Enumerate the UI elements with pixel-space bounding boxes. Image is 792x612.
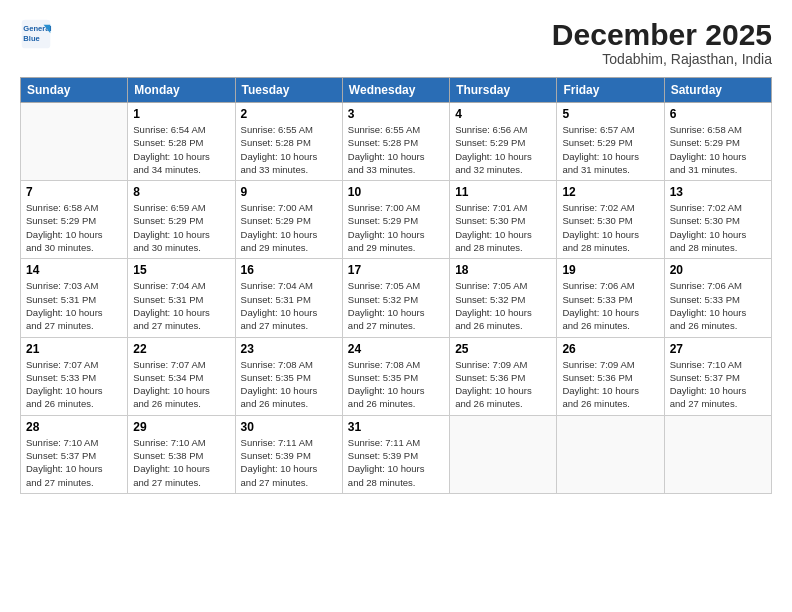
table-row: 17Sunrise: 7:05 AMSunset: 5:32 PMDayligh…	[342, 259, 449, 337]
calendar-table: Sunday Monday Tuesday Wednesday Thursday…	[20, 77, 772, 494]
table-row: 1Sunrise: 6:54 AMSunset: 5:28 PMDaylight…	[128, 103, 235, 181]
day-info: Sunrise: 6:58 AMSunset: 5:29 PMDaylight:…	[670, 123, 766, 176]
table-row: 3Sunrise: 6:55 AMSunset: 5:28 PMDaylight…	[342, 103, 449, 181]
table-row: 8Sunrise: 6:59 AMSunset: 5:29 PMDaylight…	[128, 181, 235, 259]
day-number: 31	[348, 420, 444, 434]
day-info: Sunrise: 6:58 AMSunset: 5:29 PMDaylight:…	[26, 201, 122, 254]
day-number: 6	[670, 107, 766, 121]
table-row: 11Sunrise: 7:01 AMSunset: 5:30 PMDayligh…	[450, 181, 557, 259]
day-info: Sunrise: 7:06 AMSunset: 5:33 PMDaylight:…	[562, 279, 658, 332]
table-row: 7Sunrise: 6:58 AMSunset: 5:29 PMDaylight…	[21, 181, 128, 259]
day-number: 26	[562, 342, 658, 356]
day-info: Sunrise: 7:09 AMSunset: 5:36 PMDaylight:…	[455, 358, 551, 411]
day-number: 28	[26, 420, 122, 434]
day-info: Sunrise: 7:04 AMSunset: 5:31 PMDaylight:…	[241, 279, 337, 332]
table-row: 9Sunrise: 7:00 AMSunset: 5:29 PMDaylight…	[235, 181, 342, 259]
table-row: 16Sunrise: 7:04 AMSunset: 5:31 PMDayligh…	[235, 259, 342, 337]
header-thursday: Thursday	[450, 78, 557, 103]
table-row: 15Sunrise: 7:04 AMSunset: 5:31 PMDayligh…	[128, 259, 235, 337]
day-number: 10	[348, 185, 444, 199]
day-info: Sunrise: 7:09 AMSunset: 5:36 PMDaylight:…	[562, 358, 658, 411]
day-number: 18	[455, 263, 551, 277]
day-info: Sunrise: 6:54 AMSunset: 5:28 PMDaylight:…	[133, 123, 229, 176]
calendar-page: General Blue December 2025 Todabhim, Raj…	[0, 0, 792, 612]
table-row: 10Sunrise: 7:00 AMSunset: 5:29 PMDayligh…	[342, 181, 449, 259]
day-info: Sunrise: 7:08 AMSunset: 5:35 PMDaylight:…	[348, 358, 444, 411]
day-number: 20	[670, 263, 766, 277]
table-row: 4Sunrise: 6:56 AMSunset: 5:29 PMDaylight…	[450, 103, 557, 181]
table-row: 18Sunrise: 7:05 AMSunset: 5:32 PMDayligh…	[450, 259, 557, 337]
day-number: 4	[455, 107, 551, 121]
table-row: 26Sunrise: 7:09 AMSunset: 5:36 PMDayligh…	[557, 337, 664, 415]
table-row	[450, 415, 557, 493]
day-number: 15	[133, 263, 229, 277]
day-number: 9	[241, 185, 337, 199]
table-row: 2Sunrise: 6:55 AMSunset: 5:28 PMDaylight…	[235, 103, 342, 181]
table-row: 23Sunrise: 7:08 AMSunset: 5:35 PMDayligh…	[235, 337, 342, 415]
day-number: 19	[562, 263, 658, 277]
month-title: December 2025	[552, 18, 772, 51]
logo: General Blue	[20, 18, 52, 50]
logo-icon: General Blue	[20, 18, 52, 50]
day-number: 30	[241, 420, 337, 434]
day-number: 2	[241, 107, 337, 121]
header-saturday: Saturday	[664, 78, 771, 103]
day-info: Sunrise: 7:01 AMSunset: 5:30 PMDaylight:…	[455, 201, 551, 254]
day-info: Sunrise: 6:57 AMSunset: 5:29 PMDaylight:…	[562, 123, 658, 176]
table-row: 24Sunrise: 7:08 AMSunset: 5:35 PMDayligh…	[342, 337, 449, 415]
day-number: 24	[348, 342, 444, 356]
day-info: Sunrise: 7:00 AMSunset: 5:29 PMDaylight:…	[348, 201, 444, 254]
day-number: 16	[241, 263, 337, 277]
table-row: 31Sunrise: 7:11 AMSunset: 5:39 PMDayligh…	[342, 415, 449, 493]
table-row: 20Sunrise: 7:06 AMSunset: 5:33 PMDayligh…	[664, 259, 771, 337]
day-info: Sunrise: 7:11 AMSunset: 5:39 PMDaylight:…	[348, 436, 444, 489]
day-info: Sunrise: 7:10 AMSunset: 5:38 PMDaylight:…	[133, 436, 229, 489]
table-row: 14Sunrise: 7:03 AMSunset: 5:31 PMDayligh…	[21, 259, 128, 337]
day-number: 14	[26, 263, 122, 277]
day-info: Sunrise: 7:10 AMSunset: 5:37 PMDaylight:…	[26, 436, 122, 489]
weekday-header-row: Sunday Monday Tuesday Wednesday Thursday…	[21, 78, 772, 103]
day-number: 27	[670, 342, 766, 356]
day-info: Sunrise: 7:02 AMSunset: 5:30 PMDaylight:…	[670, 201, 766, 254]
day-info: Sunrise: 7:06 AMSunset: 5:33 PMDaylight:…	[670, 279, 766, 332]
day-number: 23	[241, 342, 337, 356]
day-number: 13	[670, 185, 766, 199]
day-info: Sunrise: 7:05 AMSunset: 5:32 PMDaylight:…	[348, 279, 444, 332]
header: General Blue December 2025 Todabhim, Raj…	[20, 18, 772, 67]
table-row: 22Sunrise: 7:07 AMSunset: 5:34 PMDayligh…	[128, 337, 235, 415]
day-number: 17	[348, 263, 444, 277]
day-number: 5	[562, 107, 658, 121]
day-number: 3	[348, 107, 444, 121]
svg-text:Blue: Blue	[23, 34, 39, 43]
table-row: 29Sunrise: 7:10 AMSunset: 5:38 PMDayligh…	[128, 415, 235, 493]
day-info: Sunrise: 7:07 AMSunset: 5:34 PMDaylight:…	[133, 358, 229, 411]
day-info: Sunrise: 7:07 AMSunset: 5:33 PMDaylight:…	[26, 358, 122, 411]
day-info: Sunrise: 6:55 AMSunset: 5:28 PMDaylight:…	[348, 123, 444, 176]
day-info: Sunrise: 7:11 AMSunset: 5:39 PMDaylight:…	[241, 436, 337, 489]
day-info: Sunrise: 6:56 AMSunset: 5:29 PMDaylight:…	[455, 123, 551, 176]
table-row: 25Sunrise: 7:09 AMSunset: 5:36 PMDayligh…	[450, 337, 557, 415]
table-row: 6Sunrise: 6:58 AMSunset: 5:29 PMDaylight…	[664, 103, 771, 181]
location-title: Todabhim, Rajasthan, India	[552, 51, 772, 67]
header-sunday: Sunday	[21, 78, 128, 103]
table-row: 30Sunrise: 7:11 AMSunset: 5:39 PMDayligh…	[235, 415, 342, 493]
table-row	[664, 415, 771, 493]
day-info: Sunrise: 7:04 AMSunset: 5:31 PMDaylight:…	[133, 279, 229, 332]
day-number: 29	[133, 420, 229, 434]
day-number: 25	[455, 342, 551, 356]
day-info: Sunrise: 6:59 AMSunset: 5:29 PMDaylight:…	[133, 201, 229, 254]
day-info: Sunrise: 7:10 AMSunset: 5:37 PMDaylight:…	[670, 358, 766, 411]
table-row	[557, 415, 664, 493]
header-friday: Friday	[557, 78, 664, 103]
table-row: 21Sunrise: 7:07 AMSunset: 5:33 PMDayligh…	[21, 337, 128, 415]
day-number: 1	[133, 107, 229, 121]
header-wednesday: Wednesday	[342, 78, 449, 103]
table-row: 12Sunrise: 7:02 AMSunset: 5:30 PMDayligh…	[557, 181, 664, 259]
title-block: December 2025 Todabhim, Rajasthan, India	[552, 18, 772, 67]
table-row: 5Sunrise: 6:57 AMSunset: 5:29 PMDaylight…	[557, 103, 664, 181]
day-number: 7	[26, 185, 122, 199]
day-number: 11	[455, 185, 551, 199]
day-number: 8	[133, 185, 229, 199]
day-info: Sunrise: 7:08 AMSunset: 5:35 PMDaylight:…	[241, 358, 337, 411]
header-tuesday: Tuesday	[235, 78, 342, 103]
